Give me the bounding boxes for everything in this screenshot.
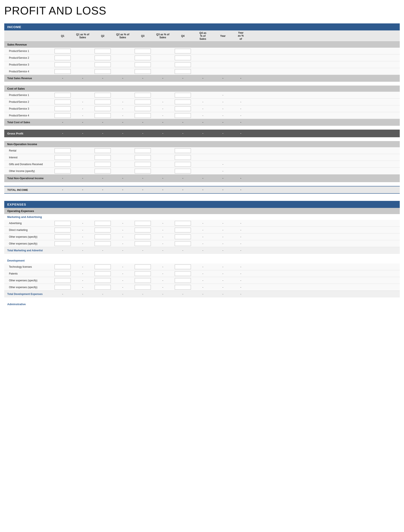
noi-other-q2-input[interactable] — [95, 169, 111, 173]
sales-product2-q1-input[interactable] — [55, 56, 71, 60]
sales-product4-q2[interactable] — [93, 69, 112, 74]
mkt-other1-q2-input[interactable] — [95, 234, 111, 239]
cos-product1-q4-input[interactable] — [175, 93, 191, 97]
mkt-other2-q3-input[interactable] — [135, 241, 151, 246]
sales-product3-q1[interactable] — [53, 62, 72, 67]
dev-other2-q3-input[interactable] — [135, 285, 151, 290]
cos-product3-q2-input[interactable] — [95, 106, 111, 111]
sales-product1-q4[interactable] — [173, 48, 192, 54]
cos-product1-q3-input[interactable] — [135, 93, 151, 97]
noi-gifts-q1-input[interactable] — [55, 162, 71, 167]
noi-rental-label: Rental — [4, 148, 53, 153]
sales-product3-q4-input[interactable] — [175, 62, 191, 67]
dev-other2-q4-input[interactable] — [175, 285, 191, 290]
noi-other-q1-input[interactable] — [55, 169, 71, 173]
sales-product4-q4[interactable] — [173, 69, 192, 74]
mkt-other1-q4-input[interactable] — [175, 234, 191, 239]
cos-product4-q4-input[interactable] — [175, 113, 191, 118]
dev-patents-q3-input[interactable] — [135, 271, 151, 276]
sales-product3-q1-input[interactable] — [55, 62, 71, 67]
cos-product2-q1-input[interactable] — [55, 100, 71, 104]
dev-tech-q4-input[interactable] — [175, 265, 191, 269]
sales-product3-q3-input[interactable] — [135, 62, 151, 67]
mkt-direct-q2-input[interactable] — [95, 228, 111, 232]
col-header-q1: Q1 — [53, 34, 72, 38]
sales-product1-q4-input[interactable] — [175, 49, 191, 53]
noi-interest-q1-input[interactable] — [55, 155, 71, 160]
noi-interest-q3-input[interactable] — [135, 155, 151, 160]
dev-patents-q2-input[interactable] — [95, 271, 111, 276]
cos-product2-q4-input[interactable] — [175, 100, 191, 104]
dev-other2-q2-input[interactable] — [95, 285, 111, 290]
sales-product1-q3[interactable] — [133, 48, 152, 54]
sales-product2-q2[interactable] — [93, 55, 112, 61]
sales-product4-q1-input[interactable] — [55, 69, 71, 74]
mkt-direct-q1-input[interactable] — [55, 228, 71, 232]
dev-patents-q1-input[interactable] — [55, 271, 71, 276]
sales-product2-q3[interactable] — [133, 55, 152, 61]
dev-tech-q3-input[interactable] — [135, 265, 151, 269]
mkt-advertising-q2-input[interactable] — [95, 221, 111, 226]
noi-gifts-q4-input[interactable] — [175, 162, 191, 167]
noi-gifts-q3-input[interactable] — [135, 162, 151, 167]
noi-rental-q3-input[interactable] — [135, 148, 151, 153]
dev-other2-q1-input[interactable] — [55, 285, 71, 290]
sales-product3-q4[interactable] — [173, 62, 192, 67]
cos-product2-q2-input[interactable] — [95, 100, 111, 104]
cos-product3-q1-input[interactable] — [55, 106, 71, 111]
mkt-other2-q1-input[interactable] — [55, 241, 71, 246]
cos-product1-q1-input[interactable] — [55, 93, 71, 97]
sales-product2-q1[interactable] — [53, 55, 72, 61]
mkt-direct-q3-input[interactable] — [135, 228, 151, 232]
dev-tech-q2-input[interactable] — [95, 265, 111, 269]
sales-product2-q4-input[interactable] — [175, 56, 191, 60]
dev-other1-q4-input[interactable] — [175, 278, 191, 283]
sales-product1-q3-input[interactable] — [135, 49, 151, 53]
sales-product4-q1[interactable] — [53, 69, 72, 74]
sales-product2-q3-input[interactable] — [135, 56, 151, 60]
dev-other1-q3-input[interactable] — [135, 278, 151, 283]
noi-other-q3-input[interactable] — [135, 169, 151, 173]
noi-rental-q4-input[interactable] — [175, 148, 191, 153]
cos-product3-q4-input[interactable] — [175, 106, 191, 111]
cos-product3-q3-input[interactable] — [135, 106, 151, 111]
noi-other-q4-input[interactable] — [175, 169, 191, 173]
sales-product1-q2-input[interactable] — [95, 49, 111, 53]
cos-product4-q2-input[interactable] — [95, 113, 111, 118]
sales-product4-q2-input[interactable] — [95, 69, 111, 74]
mkt-advertising-q1-input[interactable] — [55, 221, 71, 226]
cos-product2-q3-input[interactable] — [135, 100, 151, 104]
dev-other1-q1-input[interactable] — [55, 278, 71, 283]
mkt-other1-q1-input[interactable] — [55, 234, 71, 239]
sales-product2-q2-input[interactable] — [95, 56, 111, 60]
cos-product3-label: Product/Service 3 — [4, 106, 53, 111]
mkt-other2-q2-input[interactable] — [95, 241, 111, 246]
sales-product4-q3[interactable] — [133, 69, 152, 74]
sales-product4-q4-input[interactable] — [175, 69, 191, 74]
sales-product3-q2-input[interactable] — [95, 62, 111, 67]
dev-tech-q1-input[interactable] — [55, 265, 71, 269]
sales-product4-q3-input[interactable] — [135, 69, 151, 74]
col-header-q4pct: Q4 as% ofSales — [192, 31, 214, 41]
sales-product3-q3[interactable] — [133, 62, 152, 67]
sales-product1-q2[interactable] — [93, 48, 112, 54]
sales-product3-q2[interactable] — [93, 62, 112, 67]
dev-patents-q4-input[interactable] — [175, 271, 191, 276]
mkt-other1-q3-input[interactable] — [135, 234, 151, 239]
dev-other1-q2-input[interactable] — [95, 278, 111, 283]
sales-product1-q1[interactable] — [53, 48, 72, 54]
mkt-other2-q4-input[interactable] — [175, 241, 191, 246]
noi-interest-q4-input[interactable] — [175, 155, 191, 160]
noi-rental-q1-input[interactable] — [55, 148, 71, 153]
sales-product1-q1-input[interactable] — [55, 49, 71, 53]
cos-product4-q1-input[interactable] — [55, 113, 71, 118]
mkt-advertising-q4-input[interactable] — [175, 221, 191, 226]
noi-interest-q2-input[interactable] — [95, 155, 111, 160]
cos-product1-q2-input[interactable] — [95, 93, 111, 97]
noi-gifts-q2-input[interactable] — [95, 162, 111, 167]
noi-rental-q2-input[interactable] — [95, 148, 111, 153]
mkt-direct-q4-input[interactable] — [175, 228, 191, 232]
cos-product4-q3-input[interactable] — [135, 113, 151, 118]
mkt-advertising-q3-input[interactable] — [135, 221, 151, 226]
sales-product2-q4[interactable] — [173, 55, 192, 61]
